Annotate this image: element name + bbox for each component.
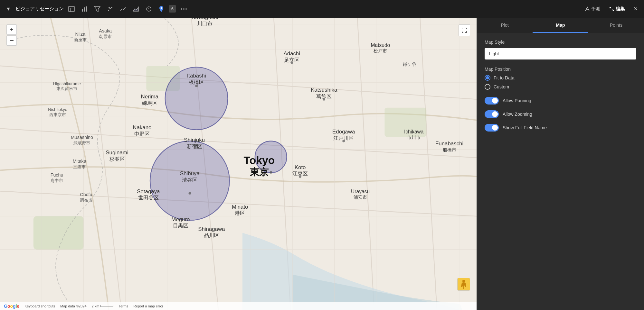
zoom-in-button[interactable]: + <box>6 24 17 35</box>
map-position-section: Map Position Fit to Data Custom <box>485 67 636 90</box>
svg-text:港区: 港区 <box>235 210 245 216</box>
svg-rect-4 <box>84 7 85 12</box>
more-icon-btn[interactable] <box>179 6 189 12</box>
map-style-select[interactable]: Light Dark Satellite Streets <box>485 48 636 59</box>
radio-custom[interactable]: Custom <box>485 84 636 90</box>
scale-label: 2 km <box>92 304 114 308</box>
toggle-allow-panning-thumb <box>492 98 498 104</box>
svg-text:新宿区: 新宿区 <box>187 144 202 149</box>
svg-text:品川区: 品川区 <box>204 233 219 238</box>
main-area: Kawaguchi 川口市 Adachi 足立区 Katsushika 葛飾区 … <box>0 18 644 310</box>
svg-text:Nerima: Nerima <box>141 94 159 100</box>
svg-point-17 <box>185 8 187 10</box>
svg-text:Shinjuku: Shinjuku <box>184 137 205 143</box>
svg-text:Shibuya: Shibuya <box>180 170 200 177</box>
radio-fit-to-data[interactable]: Fit to Data <box>485 75 636 81</box>
predict-button[interactable]: 予測 <box>582 5 603 13</box>
close-button[interactable]: × <box>631 4 640 14</box>
menu-arrow-btn[interactable]: ▼ <box>4 4 13 14</box>
svg-text:鎌ケ谷: 鎌ケ谷 <box>403 62 416 67</box>
svg-point-16 <box>183 8 185 10</box>
svg-point-10 <box>109 7 110 8</box>
badge-icon-btn[interactable]: 6 <box>169 5 176 13</box>
svg-rect-33 <box>33 216 84 250</box>
radio-fit-to-data-label: Fit to Data <box>494 75 515 80</box>
svg-text:Itabashi: Itabashi <box>187 73 206 79</box>
tab-points[interactable]: Points <box>588 18 644 33</box>
svg-rect-3 <box>82 9 83 12</box>
toggle-allow-zooming-track[interactable] <box>485 110 499 118</box>
svg-point-9 <box>111 7 112 8</box>
svg-text:練馬区: 練馬区 <box>142 100 157 106</box>
svg-text:浦安市: 浦安市 <box>354 195 367 200</box>
svg-point-15 <box>181 8 182 10</box>
keyboard-shortcuts[interactable]: Keyboard shortcuts <box>24 304 55 308</box>
scatter-icon-btn[interactable] <box>105 4 115 14</box>
toggle-show-full-field-name[interactable]: Show Full Field Name <box>485 124 636 132</box>
svg-text:Mitaka: Mitaka <box>73 159 86 164</box>
svg-point-8 <box>109 8 111 9</box>
svg-point-119 <box>290 61 293 64</box>
map-controls: + − <box>6 24 17 46</box>
svg-text:府中市: 府中市 <box>51 178 63 183</box>
svg-text:Chofu: Chofu <box>80 192 92 197</box>
toggle-allow-zooming[interactable]: Allow Zooming <box>485 110 636 118</box>
svg-point-122 <box>270 171 272 174</box>
map-style-label: Map Style <box>485 40 636 45</box>
svg-point-7 <box>108 10 109 11</box>
toolbar-left: ▼ ビジュアリゼーション <box>4 4 580 14</box>
svg-text:Nishitokyo: Nishitokyo <box>48 107 67 112</box>
line-chart-icon-btn[interactable] <box>118 4 128 14</box>
svg-text:船橋市: 船橋市 <box>443 147 456 152</box>
svg-point-121 <box>189 192 191 195</box>
svg-text:Katsushika: Katsushika <box>311 87 337 93</box>
svg-text:Tokyo: Tokyo <box>243 154 275 166</box>
svg-rect-5 <box>86 6 87 12</box>
radio-custom-label: Custom <box>494 84 509 89</box>
google-logo: Google <box>4 304 19 309</box>
svg-text:目黒区: 目黒区 <box>173 223 188 228</box>
svg-text:川口市: 川口市 <box>197 21 213 26</box>
street-view-button[interactable] <box>457 278 470 291</box>
funnel-icon-btn[interactable] <box>92 4 102 14</box>
svg-text:調布市: 調布市 <box>80 198 92 203</box>
svg-text:新座市: 新座市 <box>74 37 87 42</box>
toolbar: ▼ ビジュアリゼーション <box>0 0 644 18</box>
toggle-show-full-field-name-track[interactable] <box>485 124 499 132</box>
svg-text:三鷹市: 三鷹市 <box>73 164 86 169</box>
radio-fit-to-data-circle <box>485 75 490 81</box>
fullscreen-button[interactable] <box>459 24 470 36</box>
map-pin-icon-btn[interactable] <box>156 4 166 14</box>
map-footer: Google Keyboard shortcuts Map data ©2024… <box>0 302 477 310</box>
table-icon-btn[interactable] <box>66 4 77 14</box>
toggle-allow-panning[interactable]: Allow Panning <box>485 97 636 105</box>
bar-chart-icon-btn[interactable] <box>79 4 90 14</box>
panel-tabs: Plot Map Points <box>477 18 644 33</box>
area-chart-icon-btn[interactable] <box>131 4 141 14</box>
map-area[interactable]: Kawaguchi 川口市 Adachi 足立区 Katsushika 葛飾区 … <box>0 18 477 310</box>
clock-icon-btn[interactable] <box>144 4 154 14</box>
toggle-allow-zooming-thumb <box>492 111 498 117</box>
svg-text:松戸市: 松戸市 <box>374 48 387 53</box>
toggle-allow-panning-track[interactable] <box>485 97 499 105</box>
terms-link[interactable]: Terms <box>118 304 128 308</box>
svg-text:Suginami: Suginami <box>106 150 128 156</box>
svg-text:Minato: Minato <box>232 204 248 210</box>
tab-plot[interactable]: Plot <box>477 18 533 33</box>
svg-point-124 <box>342 140 345 142</box>
svg-point-118 <box>195 85 198 87</box>
svg-text:Fuchu: Fuchu <box>51 172 63 178</box>
zoom-out-button[interactable]: − <box>6 35 17 46</box>
report-error-link[interactable]: Report a map error <box>133 304 163 308</box>
svg-text:東京: 東京 <box>250 167 269 177</box>
svg-text:世田谷区: 世田谷区 <box>138 195 159 200</box>
svg-text:東久留米市: 東久留米市 <box>56 86 77 91</box>
svg-text:Adachi: Adachi <box>283 50 300 57</box>
toolbar-title: ビジュアリゼーション <box>15 6 64 12</box>
tab-map[interactable]: Map <box>533 18 588 33</box>
svg-text:Matsudo: Matsudo <box>371 42 390 48</box>
edit-button[interactable]: 編集 <box>607 5 627 13</box>
toggle-allow-zooming-label: Allow Zooming <box>503 112 532 117</box>
toggle-show-full-field-name-thumb <box>492 125 498 131</box>
svg-text:Edogawa: Edogawa <box>332 129 355 135</box>
